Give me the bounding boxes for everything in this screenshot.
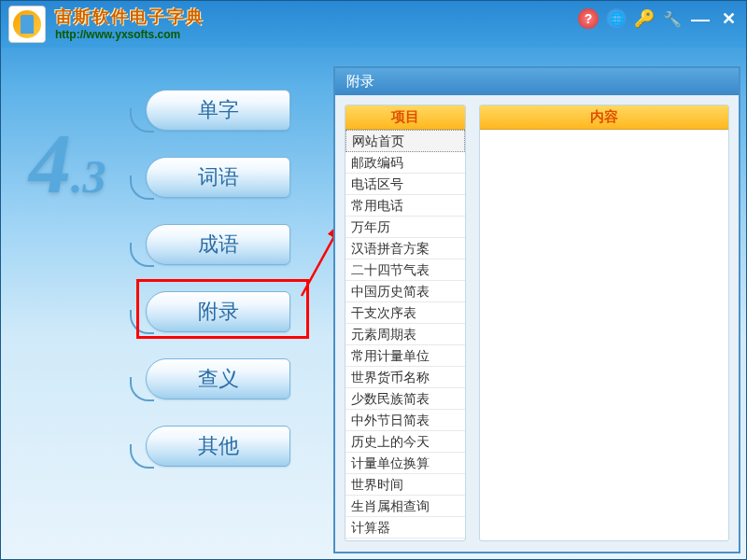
list-item[interactable]: 元素周期表	[345, 324, 465, 345]
version-label: 4.3	[29, 122, 106, 206]
list-item[interactable]: 生肖属相查询	[345, 496, 465, 517]
key-icon[interactable]: 🔑	[634, 8, 655, 29]
tab-label: 查义	[198, 365, 239, 393]
list-item[interactable]: 邮政编码	[345, 152, 465, 174]
panel-title: 附录	[335, 68, 739, 95]
nav-tabs: 单字 词语 成语 附录 查义 其他	[146, 90, 290, 467]
list-item[interactable]: 电话区号	[345, 174, 465, 195]
window-controls: ? 🌐 🔑 🔧 — ✕	[578, 8, 739, 29]
list-item[interactable]: 干支次序表	[345, 302, 465, 324]
tab-label: 单字	[198, 96, 239, 124]
close-icon[interactable]: ✕	[718, 8, 739, 29]
list-item[interactable]: 常用计量单位	[345, 345, 465, 367]
app-url: http://www.yxsofts.com	[55, 28, 204, 41]
list-item[interactable]: 二十四节气表	[345, 259, 465, 281]
tab-label: 成语	[198, 231, 239, 259]
list-item[interactable]: 汉语拼音方案	[345, 238, 465, 259]
list-item[interactable]: 计量单位换算	[345, 453, 465, 474]
list-item[interactable]: 中外节日简表	[345, 410, 465, 431]
list-item[interactable]: 万年历	[345, 217, 465, 238]
tab-label: 其他	[198, 432, 239, 460]
globe-icon[interactable]: 🌐	[606, 8, 627, 29]
list-item[interactable]: 少数民族简表	[345, 388, 465, 410]
list-item[interactable]: 常用电话	[345, 195, 465, 217]
title-text-block: 宙斯软件电子字典 http://www.yxsofts.com	[55, 7, 204, 41]
app-window: 宙斯软件电子字典 http://www.yxsofts.com ? 🌐 🔑 🔧 …	[0, 0, 747, 560]
list-item[interactable]: 网站首页	[345, 130, 465, 152]
tab-chengyu[interactable]: 成语	[146, 224, 290, 265]
content-header: 内容	[480, 105, 728, 130]
project-column: 项目 网站首页 邮政编码 电话区号 常用电话 万年历 汉语拼音方案 二十四节气表…	[345, 105, 466, 541]
app-logo	[8, 6, 46, 43]
app-title: 宙斯软件电子字典	[55, 7, 204, 28]
project-header: 项目	[345, 105, 465, 130]
list-item[interactable]: 历史上的今天	[345, 431, 465, 453]
tab-label: 词语	[198, 163, 239, 191]
item-list: 网站首页 邮政编码 电话区号 常用电话 万年历 汉语拼音方案 二十四节气表 中国…	[345, 130, 465, 540]
settings-icon[interactable]: 🔧	[662, 8, 683, 29]
list-item[interactable]: 中国历史简表	[345, 281, 465, 302]
tab-fulu[interactable]: 附录	[146, 291, 290, 332]
tab-chayi[interactable]: 查义	[146, 358, 290, 399]
tab-label: 附录	[198, 298, 239, 326]
list-item[interactable]: 世界货币名称	[345, 367, 465, 388]
appendix-panel: 附录 项目 网站首页 邮政编码 电话区号 常用电话 万年历 汉语拼音方案 二十四…	[333, 66, 740, 553]
tab-ciyu[interactable]: 词语	[146, 157, 290, 198]
help-icon[interactable]: ?	[578, 8, 599, 29]
titlebar: 宙斯软件电子字典 http://www.yxsofts.com ? 🌐 🔑 🔧 …	[1, 1, 746, 48]
minimize-icon[interactable]: —	[690, 8, 711, 29]
panel-body: 项目 网站首页 邮政编码 电话区号 常用电话 万年历 汉语拼音方案 二十四节气表…	[335, 95, 739, 551]
list-item[interactable]: 计算器	[345, 517, 465, 539]
content-column: 内容	[479, 105, 729, 541]
tab-danzi[interactable]: 单字	[146, 90, 290, 131]
tab-qita[interactable]: 其他	[146, 426, 290, 467]
list-item[interactable]: 世界时间	[345, 474, 465, 496]
content-area	[480, 130, 728, 540]
